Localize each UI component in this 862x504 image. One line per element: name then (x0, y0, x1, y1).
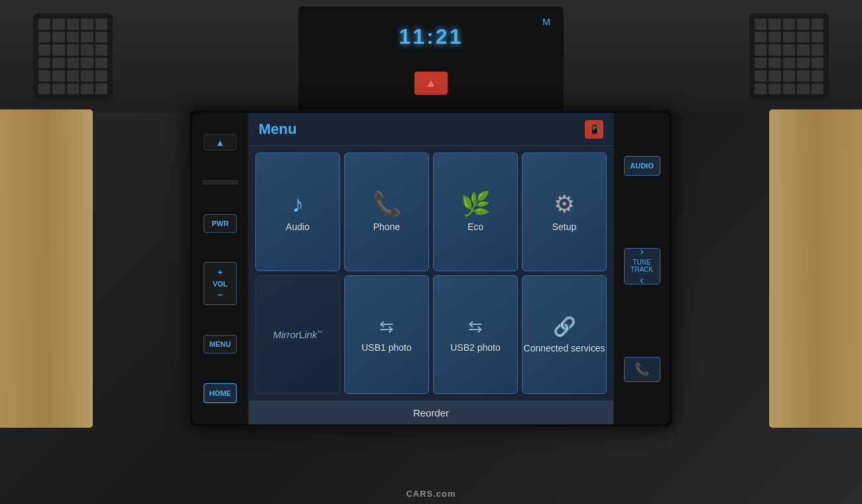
connected-icon: 🔗 (553, 316, 576, 338)
head-unit-inner: ▲ PWR + VOL − MENU HOME Menu 📱 (192, 113, 670, 424)
menu-item-phone[interactable]: 📞 Phone (344, 153, 429, 271)
tune-next-arrow: › (640, 245, 643, 257)
setup-icon: ⚙ (554, 192, 575, 216)
eco-label: Eco (467, 221, 483, 232)
main-screen: Menu 📱 ♪ Audio 📞 Phone (249, 113, 613, 424)
screen-header: Menu 📱 (249, 113, 613, 146)
connected-services-label: Connected services (524, 343, 605, 353)
usb1-label: USB1 photo (361, 342, 412, 353)
hazard-button[interactable]: ▲ (414, 72, 448, 95)
vol-control: + VOL − (204, 262, 237, 305)
vol-plus[interactable]: + (217, 267, 223, 277)
phone-icon: 📞 (372, 192, 402, 216)
right-side-panel (769, 109, 862, 428)
head-unit: ▲ PWR + VOL − MENU HOME Menu 📱 (189, 109, 673, 428)
left-side-panel (0, 109, 93, 428)
audio-icon: ♪ (292, 192, 304, 216)
menu-item-usb1[interactable]: ⇆ USB1 photo (344, 275, 429, 394)
tune-prev-arrow: ‹ (640, 275, 643, 286)
usb2-icon: ⇆ (468, 316, 483, 337)
car-surround: 11:21 ▲ M ▲ PWR (0, 0, 862, 504)
setup-label: Setup (552, 221, 577, 232)
menu-item-usb2[interactable]: ⇆ USB2 photo (433, 275, 518, 394)
menu-item-connected-services[interactable]: 🔗 Connected services (522, 275, 607, 394)
center-top-panel: 11:21 ▲ M (298, 7, 564, 113)
menu-item-audio[interactable]: ♪ Audio (255, 153, 340, 271)
tune-track-button[interactable]: › TUNETRACK ‹ (624, 248, 660, 284)
pwr-button[interactable]: PWR (204, 214, 237, 233)
audio-label: Audio (286, 221, 310, 232)
phone-status-icon: 📱 (585, 120, 603, 139)
mirrorlink-label: MirrorLink™ (273, 329, 323, 340)
phone-right-icon: 📞 (635, 362, 649, 377)
left-controls: ▲ PWR + VOL − MENU HOME (192, 113, 249, 424)
menu-button[interactable]: MENU (204, 335, 237, 353)
usb2-label: USB2 photo (450, 342, 501, 353)
menu-item-setup[interactable]: ⚙ Setup (522, 153, 607, 271)
hazard-icon: ▲ (425, 76, 437, 90)
tune-label: TUNETRACK (631, 259, 653, 273)
vent-left (33, 13, 113, 99)
disc-slot (202, 180, 239, 184)
phone-icon-symbol: 📱 (589, 124, 600, 135)
reorder-bar[interactable]: Reorder (249, 401, 613, 424)
watermark: CARS.com (406, 489, 456, 499)
right-controls: AUDIO › TUNETRACK ‹ 📞 (613, 113, 670, 424)
eco-icon: 🌿 (461, 192, 491, 216)
vent-right (749, 13, 829, 99)
dashboard-top: 11:21 ▲ M (0, 0, 862, 113)
home-button[interactable]: HOME (204, 383, 237, 403)
eject-button[interactable]: ▲ (204, 134, 237, 151)
clock-display: 11:21 (399, 25, 463, 49)
vol-label: VOL (213, 280, 228, 288)
audio-right-button[interactable]: AUDIO (624, 156, 660, 176)
menu-title: Menu (259, 121, 296, 138)
phone-right-button[interactable]: 📞 (624, 357, 660, 382)
phone-label: Phone (373, 221, 400, 232)
vol-minus[interactable]: − (217, 290, 223, 300)
menu-item-eco[interactable]: 🌿 Eco (433, 153, 518, 271)
m-indicator: M (542, 17, 550, 27)
reorder-label: Reorder (413, 407, 449, 418)
menu-item-mirrorlink[interactable]: MirrorLink™ (255, 275, 340, 394)
menu-grid: ♪ Audio 📞 Phone 🌿 Eco ⚙ (249, 146, 613, 401)
usb1-icon: ⇆ (379, 316, 394, 337)
